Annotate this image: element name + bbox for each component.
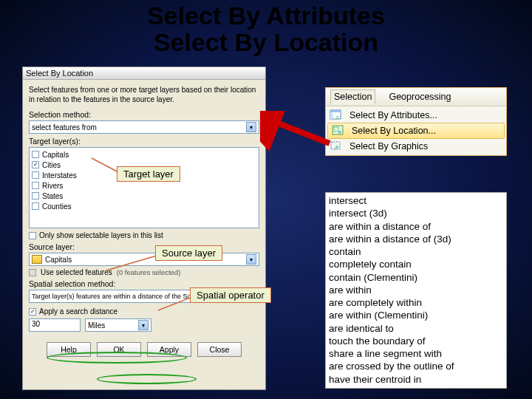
list-item[interactable]: are identical to — [329, 322, 503, 335]
callout-source-layer: Source layer — [155, 245, 222, 261]
layer-row[interactable]: Rivers — [32, 180, 256, 191]
layer-row[interactable]: Capitals — [32, 149, 256, 160]
checkbox[interactable] — [32, 151, 39, 158]
chevron-down-icon: ▾ — [246, 254, 256, 265]
highlight-oval — [97, 374, 197, 384]
only-selectable-row[interactable]: Only show selectable layers in this list — [29, 231, 259, 239]
checkbox[interactable] — [29, 308, 36, 316]
layer-icon — [32, 255, 42, 264]
svg-point-10 — [338, 131, 341, 134]
selection-method-label: Selection method: — [29, 110, 259, 119]
list-item[interactable]: are completely within — [329, 296, 503, 309]
checkbox-disabled — [29, 269, 36, 276]
svg-rect-6 — [330, 113, 333, 119]
dialog-title-text: Select By Location — [26, 69, 93, 78]
selection-method-value: select features from — [32, 123, 97, 132]
apply-distance-row[interactable]: Apply a search distance — [29, 307, 259, 316]
menu-item-select-by-location[interactable]: Select By Location... — [327, 123, 505, 139]
menu-item-select-by-attributes[interactable]: Σ Select By Attributes... — [326, 108, 506, 123]
list-item[interactable]: contain — [329, 245, 503, 258]
distance-unit-value: Miles — [88, 321, 105, 330]
source-layer-combo[interactable]: Capitals ▾ — [29, 253, 259, 266]
target-layers-label: Target layer(s): — [29, 137, 259, 146]
selection-menu: Selection Geoprocessing Σ Select By Attr… — [325, 87, 507, 156]
menu-item-label: Select By Location... — [352, 126, 436, 136]
layer-label: Counties — [42, 202, 71, 211]
distance-unit-combo[interactable]: Miles ▾ — [85, 318, 151, 332]
checkbox[interactable] — [29, 232, 36, 239]
title-line-2: Select By Location — [0, 30, 532, 56]
list-item[interactable]: touch the boundary of — [329, 335, 503, 347]
list-item[interactable]: intersect — [329, 194, 503, 207]
list-item[interactable]: completely contain — [329, 258, 503, 270]
apply-distance-label: Apply a search distance — [39, 307, 117, 316]
spatial-operator-list[interactable]: intersect intersect (3d) are within a di… — [325, 192, 507, 389]
target-layers-list[interactable]: Capitals Cities Interstates Rivers State… — [29, 147, 259, 228]
tab-selection[interactable]: Selection — [330, 89, 375, 104]
layer-label: Cities — [42, 161, 61, 169]
title-line-1: Select By Attributes — [0, 3, 532, 30]
source-layer-value: Capitals — [45, 256, 72, 264]
red-arrow-icon — [260, 111, 334, 152]
checkbox[interactable] — [32, 182, 39, 189]
callout-spatial-operator: Spatial operator — [190, 287, 271, 303]
map-select-icon — [331, 124, 346, 137]
chevron-down-icon: ▾ — [138, 320, 149, 330]
list-item[interactable]: are crossed by the outline of — [329, 360, 503, 372]
tab-geoprocessing[interactable]: Geoprocessing — [386, 90, 454, 103]
list-item[interactable]: share a line segment with — [329, 347, 503, 360]
graphics-select-icon — [329, 140, 344, 153]
list-item[interactable]: are within a distance of (3d) — [329, 233, 503, 245]
select-by-location-dialog: Select By Location Select features from … — [22, 66, 266, 390]
layer-label: Rivers — [42, 182, 63, 190]
use-selected-info: (0 features selected) — [117, 268, 181, 276]
list-item[interactable]: intersect (3d) — [329, 207, 503, 219]
checkbox[interactable] — [32, 192, 39, 200]
checkbox[interactable] — [32, 171, 39, 179]
close-button[interactable]: Close — [197, 342, 242, 357]
help-button[interactable]: Help — [47, 342, 91, 357]
table-sql-icon: Σ — [329, 109, 344, 122]
checkbox[interactable] — [32, 202, 39, 210]
menu-item-label: Select By Attributes... — [349, 110, 437, 120]
checkbox[interactable] — [32, 161, 39, 168]
menu-item-label: Select By Graphics — [349, 141, 428, 151]
list-item[interactable]: have their centroid in — [329, 373, 503, 386]
layer-row[interactable]: Counties — [32, 201, 256, 211]
slide-title: Select By Attributes Select By Location — [0, 3, 532, 55]
layer-label: States — [42, 192, 63, 200]
selection-method-combo[interactable]: select features from ▾ — [29, 120, 259, 134]
only-selectable-label: Only show selectable layers in this list — [39, 231, 163, 239]
svg-text:Σ: Σ — [336, 115, 339, 120]
distance-input[interactable]: 30 — [29, 318, 81, 332]
apply-button[interactable]: Apply — [147, 342, 191, 357]
dialog-description: Select features from one or more target … — [29, 86, 259, 104]
list-item[interactable]: are within — [329, 284, 503, 296]
source-layer-label: Source layer: — [29, 242, 259, 251]
list-item[interactable]: are within a distance of — [329, 220, 503, 233]
ok-button[interactable]: OK — [97, 342, 141, 357]
layer-label: Capitals — [42, 151, 69, 159]
callout-target-layer: Target layer — [117, 166, 180, 182]
svg-line-0 — [269, 120, 330, 143]
chevron-down-icon: ▾ — [246, 122, 256, 132]
dialog-titlebar: Select By Location — [23, 67, 265, 80]
menu-item-select-by-graphics[interactable]: Select By Graphics — [326, 139, 506, 154]
list-item[interactable]: are within (Clementini) — [329, 309, 503, 321]
use-selected-label: Use selected features — [41, 268, 112, 276]
svg-rect-5 — [330, 110, 341, 112]
layer-row[interactable]: States — [32, 191, 256, 201]
layer-label: Interstates — [42, 171, 77, 180]
list-item[interactable]: contain (Clementini) — [329, 271, 503, 284]
